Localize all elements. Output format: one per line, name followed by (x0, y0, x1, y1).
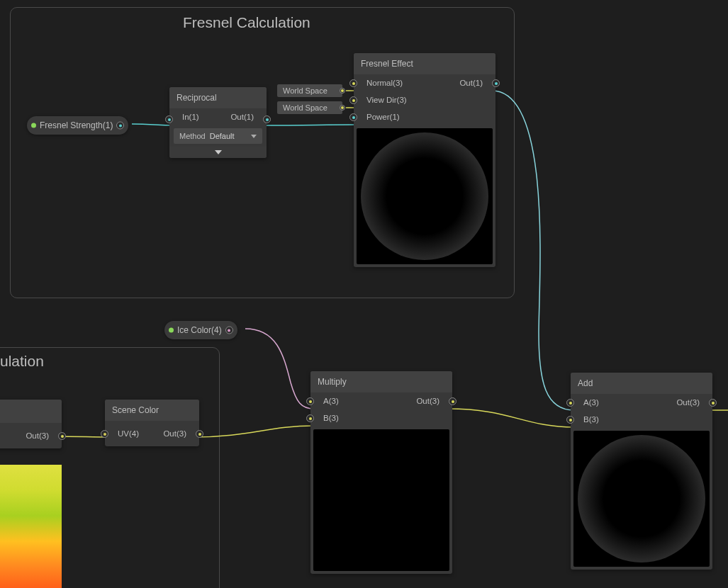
node-title: Reciprocal (177, 93, 217, 103)
port-label-out: Out(3) (163, 429, 186, 438)
port-label-in: In(1) (182, 113, 199, 121)
port-in-multiply-b[interactable] (306, 414, 314, 422)
port-in-reciprocal[interactable] (165, 115, 173, 123)
node-partial-out[interactable]: Out(3) (0, 400, 62, 448)
node-fresnel-effect[interactable]: Fresnel Effect Normal(3) Out(1) View Dir… (354, 53, 495, 267)
group-title-partial: ulation (0, 353, 44, 370)
port-in-normal[interactable] (349, 79, 357, 87)
chevron-down-icon (251, 135, 257, 138)
group-title-fresnel: Fresnel Calculation (183, 14, 310, 31)
node-scene-color[interactable]: Scene Color UV(4) Out(3) (105, 400, 199, 446)
port-label-out: Out(1) (230, 113, 254, 121)
tag-label: World Space (283, 103, 327, 112)
port-in-multiply-a[interactable] (306, 397, 314, 405)
port-out-multiply[interactable] (449, 397, 457, 405)
node-header[interactable]: Scene Color (105, 400, 199, 421)
port-in-uv[interactable] (101, 430, 108, 438)
node-header[interactable]: Fresnel Effect (354, 53, 495, 74)
sphere-preview (578, 435, 705, 562)
node-header[interactable]: Reciprocal (169, 87, 267, 108)
node-title: Scene Color (112, 405, 159, 415)
port-label-normal: Normal(3) (366, 79, 403, 87)
port-label-power: Power(1) (366, 113, 400, 121)
tag-world-space-normal[interactable]: World Space (277, 84, 342, 97)
port-label-viewdir: View Dir(3) (366, 96, 407, 104)
node-title: Add (578, 378, 593, 388)
port-out-reciprocal[interactable] (263, 115, 271, 123)
port-label-out: Out(3) (416, 397, 439, 405)
port-out-tag-ws2[interactable] (340, 105, 345, 111)
param-label: Fresnel Strength(1) (40, 120, 113, 130)
port-label-b: B(3) (583, 415, 599, 424)
dropdown-label: Method (179, 132, 206, 140)
param-indicator (31, 123, 36, 128)
port-label-out: Out(3) (26, 431, 49, 440)
sphere-preview (361, 132, 488, 260)
chevron-down-icon (215, 150, 222, 154)
node-header[interactable]: Multiply (310, 371, 452, 392)
node-preview (313, 429, 449, 571)
port-label-out: Out(3) (676, 398, 700, 407)
node-collapse-toggle[interactable] (169, 147, 267, 158)
port-label-b: B(3) (323, 414, 339, 422)
node-header[interactable] (0, 400, 62, 423)
param-label: Ice Color(4) (177, 325, 222, 335)
tag-label: World Space (283, 86, 327, 95)
port-in-add-a[interactable] (566, 399, 574, 407)
param-fresnel-strength[interactable]: Fresnel Strength(1) (27, 116, 128, 135)
node-reciprocal[interactable]: Reciprocal In(1) Out(1) Method Default (169, 87, 267, 158)
node-preview (573, 431, 710, 567)
node-preview (357, 128, 493, 264)
port-label-out: Out(1) (459, 79, 483, 87)
port-out-tag-ws1[interactable] (340, 88, 345, 94)
port-out-fresnel-strength[interactable] (116, 122, 124, 130)
port-in-power[interactable] (349, 113, 357, 121)
port-out-ice-color[interactable] (225, 327, 233, 334)
param-ice-color[interactable]: Ice Color(4) (164, 321, 237, 339)
port-in-viewdir[interactable] (349, 96, 357, 104)
node-add[interactable]: Add A(3) Out(3) B(3) (571, 373, 712, 570)
port-in-add-b[interactable] (566, 416, 574, 424)
port-out-fresnel-effect[interactable] (492, 79, 500, 87)
param-indicator (169, 328, 174, 333)
port-out-add[interactable] (709, 399, 717, 407)
port-label-uv: UV(4) (118, 429, 139, 438)
port-out-partial[interactable] (58, 432, 66, 440)
dropdown-method[interactable]: Method Default (174, 128, 262, 144)
node-multiply[interactable]: Multiply A(3) Out(3) B(3) (310, 371, 452, 574)
tag-world-space-viewdir[interactable]: World Space (277, 101, 342, 114)
node-title: Fresnel Effect (361, 59, 413, 69)
port-label-a: A(3) (323, 397, 339, 405)
node-header[interactable]: Add (571, 373, 712, 394)
dropdown-value: Default (210, 132, 251, 140)
port-out-scene-color[interactable] (196, 430, 203, 438)
port-label-a: A(3) (583, 398, 599, 407)
node-title: Multiply (318, 377, 347, 387)
gradient-preview (0, 465, 62, 588)
